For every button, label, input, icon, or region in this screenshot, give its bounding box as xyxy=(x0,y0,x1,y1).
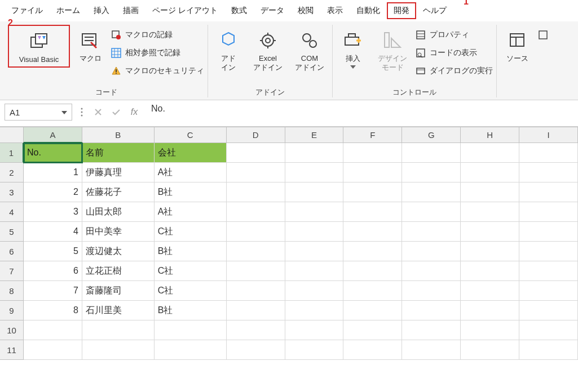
cell[interactable] xyxy=(227,242,285,261)
cell-b8[interactable]: 斎藤隆司 xyxy=(82,281,155,301)
cell[interactable] xyxy=(343,301,402,320)
row-header-11[interactable]: 11 xyxy=(0,340,24,360)
cell[interactable] xyxy=(402,202,461,222)
cell[interactable] xyxy=(285,340,344,360)
cell-c6[interactable]: B社 xyxy=(155,242,227,261)
cell[interactable] xyxy=(285,281,344,301)
cell-c5[interactable]: C社 xyxy=(155,222,227,242)
excel-addin-button[interactable]: Excel アドイン xyxy=(249,25,287,74)
fx-icon[interactable]: fx xyxy=(127,105,141,119)
formula-input[interactable]: No. xyxy=(145,104,573,121)
cell[interactable] xyxy=(227,182,285,202)
cell[interactable] xyxy=(343,340,402,360)
cell[interactable] xyxy=(285,163,344,182)
cell[interactable] xyxy=(519,340,578,360)
run-dialog-button[interactable]: ダイアログの実行 xyxy=(415,64,493,78)
cell[interactable] xyxy=(402,340,461,360)
cell-c9[interactable]: B社 xyxy=(155,301,227,320)
cell-b1[interactable]: 名前 xyxy=(82,143,155,163)
cell-g1[interactable] xyxy=(402,143,461,163)
cell[interactable] xyxy=(343,182,402,202)
cell-b2[interactable]: 伊藤真理 xyxy=(82,163,155,182)
cell[interactable] xyxy=(519,182,578,202)
cell[interactable] xyxy=(343,261,402,281)
cell-b7[interactable]: 立花正樹 xyxy=(82,261,155,281)
cell[interactable] xyxy=(461,202,519,222)
row-header-6[interactable]: 6 xyxy=(0,242,24,261)
cell-a7[interactable]: 6 xyxy=(24,261,82,281)
cell-a3[interactable]: 2 xyxy=(24,182,82,202)
cell[interactable] xyxy=(402,242,461,261)
menu-formulas[interactable]: 数式 xyxy=(224,2,254,19)
cell[interactable] xyxy=(461,182,519,202)
cell-a9[interactable]: 8 xyxy=(24,301,82,320)
cell-c2[interactable]: A社 xyxy=(155,163,227,182)
select-all-corner[interactable] xyxy=(0,127,24,143)
cell[interactable] xyxy=(343,222,402,242)
cell[interactable] xyxy=(343,163,402,182)
menu-page-layout[interactable]: ページ レイアウト xyxy=(145,2,224,19)
cell-a4[interactable]: 3 xyxy=(24,202,82,222)
cell[interactable] xyxy=(285,222,344,242)
cell-c8[interactable]: C社 xyxy=(155,281,227,301)
cell-i1[interactable] xyxy=(519,143,578,163)
cell[interactable] xyxy=(519,320,578,340)
col-header-g[interactable]: G xyxy=(402,127,461,143)
col-header-f[interactable]: F xyxy=(343,127,402,143)
cell[interactable] xyxy=(519,261,578,281)
cell-b3[interactable]: 佐藤花子 xyxy=(82,182,155,202)
col-header-a[interactable]: A xyxy=(24,127,82,143)
macro-security-button[interactable]: マクロのセキュリティ xyxy=(111,64,204,78)
cell[interactable] xyxy=(285,202,344,222)
cell[interactable] xyxy=(402,222,461,242)
cell-a11[interactable] xyxy=(24,340,82,360)
cell[interactable] xyxy=(402,320,461,340)
cell[interactable] xyxy=(402,281,461,301)
cancel-formula-icon[interactable] xyxy=(91,105,105,119)
cell-c4[interactable]: A社 xyxy=(155,202,227,222)
cell-e1[interactable] xyxy=(285,143,344,163)
view-code-button[interactable]: コードの表示 xyxy=(415,46,493,60)
menu-review[interactable]: 校閲 xyxy=(291,2,320,19)
addin-button[interactable]: アド イン xyxy=(211,25,245,74)
cell-b5[interactable]: 田中美幸 xyxy=(82,222,155,242)
row-header-8[interactable]: 8 xyxy=(0,281,24,301)
cell[interactable] xyxy=(461,281,519,301)
menu-developer[interactable]: 開発 xyxy=(387,2,416,19)
cell[interactable] xyxy=(461,340,519,360)
cell-b10[interactable] xyxy=(82,320,155,340)
cell[interactable] xyxy=(343,202,402,222)
cell[interactable] xyxy=(285,242,344,261)
menu-home[interactable]: ホーム xyxy=(50,2,87,19)
cell[interactable] xyxy=(227,281,285,301)
cell[interactable] xyxy=(461,261,519,281)
menu-file[interactable]: ファイル xyxy=(5,2,50,19)
cell[interactable] xyxy=(227,301,285,320)
cell[interactable] xyxy=(402,163,461,182)
cell-a5[interactable]: 4 xyxy=(24,222,82,242)
cell-a1[interactable]: No. xyxy=(24,143,82,163)
cell-c1[interactable]: 会社 xyxy=(155,143,227,163)
cell[interactable] xyxy=(519,242,578,261)
cell-a10[interactable] xyxy=(24,320,82,340)
cell-b11[interactable] xyxy=(82,340,155,360)
properties-button[interactable]: プロパティ xyxy=(415,28,493,42)
cell-b4[interactable]: 山田太郎 xyxy=(82,202,155,222)
confirm-formula-icon[interactable] xyxy=(109,105,123,119)
row-header-4[interactable]: 4 xyxy=(0,202,24,222)
cell[interactable] xyxy=(227,163,285,182)
source-button[interactable]: ソース xyxy=(500,25,534,65)
menu-insert[interactable]: 挿入 xyxy=(87,2,116,19)
col-header-e[interactable]: E xyxy=(285,127,344,143)
row-header-9[interactable]: 9 xyxy=(0,301,24,320)
cell[interactable] xyxy=(402,182,461,202)
cell[interactable] xyxy=(227,222,285,242)
macro-button[interactable]: マクロ xyxy=(73,25,107,65)
col-header-i[interactable]: I xyxy=(519,127,578,143)
cell-a8[interactable]: 7 xyxy=(24,281,82,301)
row-header-7[interactable]: 7 xyxy=(0,261,24,281)
cell[interactable] xyxy=(519,222,578,242)
cell[interactable] xyxy=(461,222,519,242)
cell[interactable] xyxy=(227,320,285,340)
menu-automate[interactable]: 自動化 xyxy=(350,2,387,19)
